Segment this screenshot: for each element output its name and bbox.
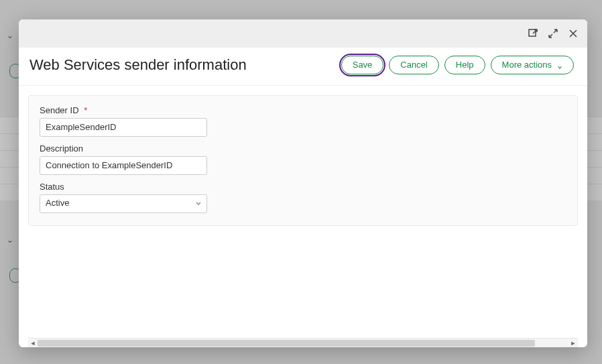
popout-icon[interactable] — [527, 27, 539, 40]
sender-id-label-text: Sender ID — [40, 105, 79, 115]
header-actions: Save Cancel Help More actions — [341, 56, 574, 74]
sender-id-label: Sender ID * — [40, 105, 566, 115]
description-input[interactable] — [40, 156, 207, 175]
cancel-button-label: Cancel — [400, 60, 427, 70]
more-actions-label: More actions — [502, 60, 552, 70]
status-label: Status — [40, 182, 566, 192]
modal-titlebar — [19, 19, 587, 48]
save-button[interactable]: Save — [341, 56, 384, 74]
description-label: Description — [40, 143, 566, 154]
scroll-left-arrow-icon[interactable]: ◄ — [28, 339, 38, 347]
sender-id-input[interactable] — [40, 118, 207, 137]
help-button[interactable]: Help — [444, 56, 485, 74]
save-button-label: Save — [353, 60, 373, 70]
field-description: Description — [40, 143, 566, 175]
close-icon[interactable] — [567, 27, 579, 40]
expand-icon[interactable] — [547, 27, 559, 40]
svg-rect-0 — [529, 29, 536, 36]
modal-dialog: Web Services sender information Save Can… — [19, 19, 587, 347]
modal-body: Sender ID * Description Status Active — [19, 86, 587, 347]
scroll-right-arrow-icon[interactable]: ► — [568, 339, 578, 347]
status-select-value: Active — [46, 198, 69, 208]
required-marker: * — [84, 105, 87, 115]
help-button-label: Help — [456, 60, 474, 70]
modal-header: Web Services sender information Save Can… — [19, 48, 587, 86]
status-select-wrap: Active — [40, 194, 207, 213]
chevron-down-icon — [557, 62, 562, 68]
horizontal-scrollbar[interactable]: ◄ ► — [28, 338, 578, 347]
scroll-thumb[interactable] — [38, 340, 535, 347]
field-status: Status Active — [40, 182, 566, 213]
status-select[interactable]: Active — [40, 194, 207, 213]
modal-title: Web Services sender information — [29, 56, 247, 74]
form-card: Sender ID * Description Status Active — [28, 95, 578, 226]
cancel-button[interactable]: Cancel — [389, 56, 438, 74]
field-sender-id: Sender ID * — [40, 105, 566, 137]
more-actions-button[interactable]: More actions — [491, 56, 574, 74]
